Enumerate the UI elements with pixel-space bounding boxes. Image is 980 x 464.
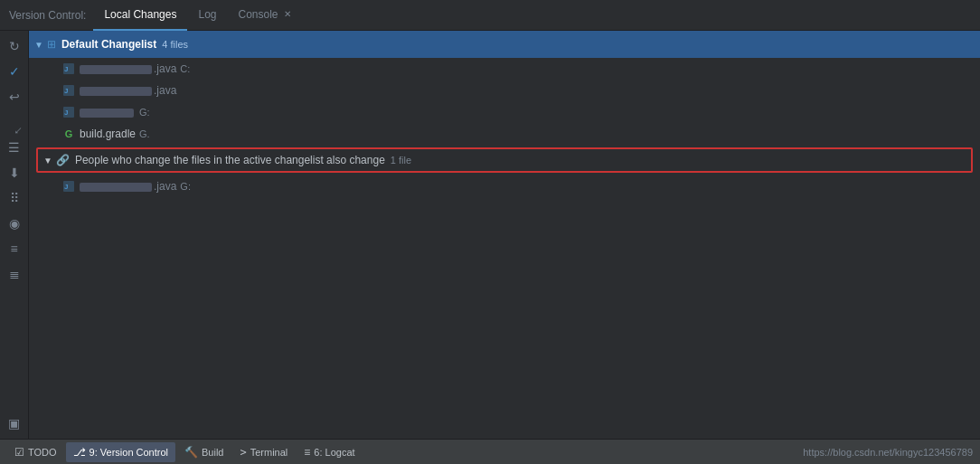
changelist1-arrow: ▼: [34, 40, 43, 50]
file-status4: G:: [180, 181, 191, 192]
expand-button[interactable]: ▣: [3, 412, 26, 435]
svg-text:J: J: [64, 65, 68, 73]
status-vc-label: 9: Version Control: [90, 447, 168, 458]
tab-local-changes[interactable]: Local Changes: [93, 0, 187, 31]
link-icon: 🔗: [56, 154, 70, 166]
tab-log[interactable]: Log: [187, 0, 227, 31]
refresh-button[interactable]: ↻: [3, 34, 26, 58]
todo-icon: ☑: [14, 446, 24, 459]
svg-text:J: J: [64, 109, 68, 117]
table-row[interactable]: G build.gradle G.: [29, 123, 980, 145]
build-icon: 🔨: [184, 446, 198, 459]
status-logcat[interactable]: ≡ 6: Logcat: [297, 442, 362, 462]
sort2-button[interactable]: ≣: [3, 262, 26, 286]
changelist1-name: Default Changelist: [61, 38, 156, 51]
status-build[interactable]: 🔨 Build: [177, 442, 231, 462]
java-file-icon: J: [61, 62, 76, 76]
file-status-gradle: G.: [139, 128, 150, 139]
shelve-button[interactable]: ☰: [3, 136, 26, 159]
left-toolbar: ↻ ✓ ↩ ↑ ☰ ⬇ ⠿ ◉ ≡ ≣ ▣: [0, 31, 29, 439]
table-row[interactable]: J .java G:: [29, 175, 980, 197]
file-name-blurred3: [80, 106, 136, 118]
file-suffix2: .java: [154, 84, 176, 97]
changelist1-count: 4 files: [162, 39, 188, 50]
java-file-icon-2: J: [61, 179, 76, 194]
status-url: https://blog.csdn.net/kingyc123456789: [803, 447, 973, 458]
terminal-icon: >: [240, 446, 246, 459]
status-build-label: Build: [202, 447, 223, 458]
version-control-label: Version Control:: [0, 9, 93, 22]
changelist1-icon: ⊞: [47, 38, 56, 51]
tab-console-close[interactable]: ✕: [284, 9, 291, 19]
update-button[interactable]: ↑: [0, 106, 31, 139]
java-file-icon: J: [61, 83, 76, 98]
commit-button[interactable]: ✓: [3, 60, 26, 83]
status-version-control[interactable]: ⎇ 9: Version Control: [66, 442, 175, 462]
tab-bar: Version Control: Local Changes Log Conso…: [0, 0, 980, 31]
file-name-blurred1: [80, 62, 154, 75]
svg-text:J: J: [64, 87, 68, 95]
file-status1: C:: [180, 63, 190, 74]
view-button[interactable]: ◉: [3, 212, 26, 235]
file-suffix1: .java: [154, 62, 176, 75]
file-name-blurred2: [80, 84, 154, 97]
changelist2-count: 1 file: [391, 155, 411, 166]
table-row[interactable]: J G:: [29, 101, 980, 123]
svg-text:J: J: [64, 183, 68, 191]
status-todo[interactable]: ☑ TODO: [7, 442, 64, 462]
tab-console[interactable]: Console ✕: [227, 0, 301, 31]
status-terminal-label: Terminal: [250, 447, 288, 458]
gradle-file-icon: G: [61, 127, 76, 141]
sort1-button[interactable]: ≡: [3, 237, 26, 260]
rollback-button[interactable]: ↩: [3, 85, 26, 109]
file-suffix4: .java: [154, 180, 176, 193]
java-file-icon: J: [61, 105, 76, 119]
file-status3: G:: [139, 107, 150, 118]
file-name-gradle: build.gradle: [80, 128, 136, 140]
table-row[interactable]: J .java: [29, 80, 980, 101]
vc-icon: ⎇: [73, 446, 86, 459]
download-button[interactable]: ⬇: [3, 161, 26, 185]
group-button[interactable]: ⠿: [3, 186, 26, 210]
table-row[interactable]: J .java C:: [29, 58, 980, 80]
status-logcat-label: 6: Logcat: [314, 447, 354, 458]
changelist2-header[interactable]: ▼ 🔗 People who change the files in the a…: [36, 147, 973, 173]
status-terminal[interactable]: > Terminal: [232, 442, 295, 462]
main-content: ↻ ✓ ↩ ↑ ☰ ⬇ ⠿ ◉ ≡ ≣ ▣ ▼ ⊞ Default Change…: [0, 31, 980, 439]
changelist2-name: People who change the files in the activ…: [75, 154, 385, 166]
status-todo-label: TODO: [28, 447, 57, 458]
logcat-icon: ≡: [304, 446, 310, 459]
changelist2-wrapper: ▼ 🔗 People who change the files in the a…: [33, 147, 976, 173]
file-name-blurred4: [80, 180, 154, 193]
changelist2-arrow: ▼: [43, 156, 52, 166]
status-bar: ☑ TODO ⎇ 9: Version Control 🔨 Build > Te…: [0, 439, 980, 464]
changelist1-header[interactable]: ▼ ⊞ Default Changelist 4 files: [29, 31, 980, 58]
file-tree: ▼ ⊞ Default Changelist 4 files J .java C…: [29, 31, 980, 439]
